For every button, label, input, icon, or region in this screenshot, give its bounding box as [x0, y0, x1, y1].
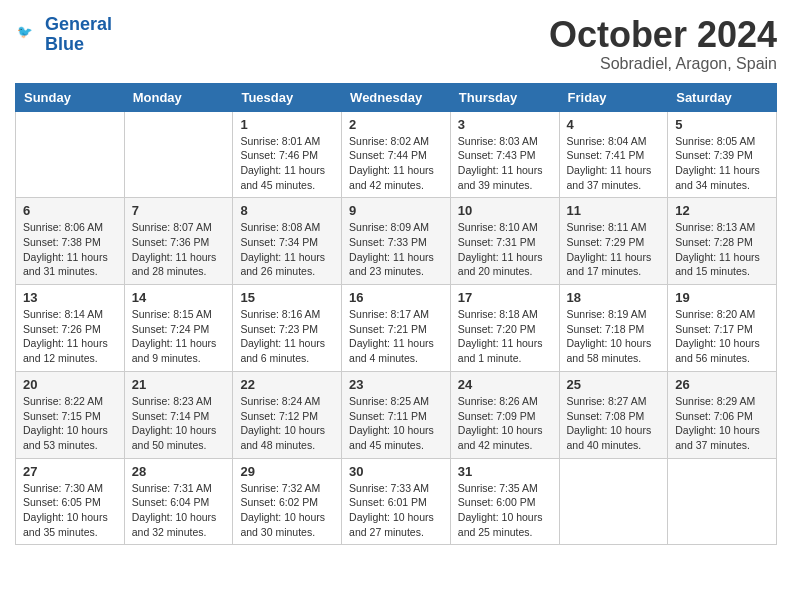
- day-number: 1: [240, 117, 334, 132]
- day-number: 10: [458, 203, 552, 218]
- calendar-cell: 24Sunrise: 8:26 AM Sunset: 7:09 PM Dayli…: [450, 371, 559, 458]
- calendar-cell: 9Sunrise: 8:09 AM Sunset: 7:33 PM Daylig…: [342, 198, 451, 285]
- calendar-cell: 25Sunrise: 8:27 AM Sunset: 7:08 PM Dayli…: [559, 371, 668, 458]
- day-detail: Sunrise: 8:23 AM Sunset: 7:14 PM Dayligh…: [132, 394, 226, 453]
- weekday-header: Wednesday: [342, 83, 451, 111]
- day-detail: Sunrise: 8:16 AM Sunset: 7:23 PM Dayligh…: [240, 307, 334, 366]
- weekday-header: Tuesday: [233, 83, 342, 111]
- day-number: 12: [675, 203, 769, 218]
- day-number: 25: [567, 377, 661, 392]
- logo-icon: 🐦: [17, 19, 45, 47]
- logo-general: General: [45, 14, 112, 34]
- day-detail: Sunrise: 7:31 AM Sunset: 6:04 PM Dayligh…: [132, 481, 226, 540]
- day-detail: Sunrise: 7:30 AM Sunset: 6:05 PM Dayligh…: [23, 481, 117, 540]
- day-detail: Sunrise: 8:17 AM Sunset: 7:21 PM Dayligh…: [349, 307, 443, 366]
- logo: 🐦 General Blue: [15, 15, 112, 55]
- day-number: 13: [23, 290, 117, 305]
- day-detail: Sunrise: 8:19 AM Sunset: 7:18 PM Dayligh…: [567, 307, 661, 366]
- calendar-cell: 5Sunrise: 8:05 AM Sunset: 7:39 PM Daylig…: [668, 111, 777, 198]
- calendar-cell: 6Sunrise: 8:06 AM Sunset: 7:38 PM Daylig…: [16, 198, 125, 285]
- day-detail: Sunrise: 8:22 AM Sunset: 7:15 PM Dayligh…: [23, 394, 117, 453]
- day-detail: Sunrise: 8:25 AM Sunset: 7:11 PM Dayligh…: [349, 394, 443, 453]
- day-number: 27: [23, 464, 117, 479]
- day-detail: Sunrise: 8:14 AM Sunset: 7:26 PM Dayligh…: [23, 307, 117, 366]
- calendar-cell: 14Sunrise: 8:15 AM Sunset: 7:24 PM Dayli…: [124, 285, 233, 372]
- day-detail: Sunrise: 8:20 AM Sunset: 7:17 PM Dayligh…: [675, 307, 769, 366]
- day-number: 15: [240, 290, 334, 305]
- day-number: 5: [675, 117, 769, 132]
- day-detail: Sunrise: 8:05 AM Sunset: 7:39 PM Dayligh…: [675, 134, 769, 193]
- day-number: 7: [132, 203, 226, 218]
- day-detail: Sunrise: 8:27 AM Sunset: 7:08 PM Dayligh…: [567, 394, 661, 453]
- calendar-cell: [668, 458, 777, 545]
- calendar-cell: [559, 458, 668, 545]
- calendar-cell: 16Sunrise: 8:17 AM Sunset: 7:21 PM Dayli…: [342, 285, 451, 372]
- day-number: 9: [349, 203, 443, 218]
- calendar-cell: 22Sunrise: 8:24 AM Sunset: 7:12 PM Dayli…: [233, 371, 342, 458]
- day-number: 11: [567, 203, 661, 218]
- calendar-cell: 10Sunrise: 8:10 AM Sunset: 7:31 PM Dayli…: [450, 198, 559, 285]
- weekday-header-row: SundayMondayTuesdayWednesdayThursdayFrid…: [16, 83, 777, 111]
- calendar-cell: 17Sunrise: 8:18 AM Sunset: 7:20 PM Dayli…: [450, 285, 559, 372]
- calendar-cell: 28Sunrise: 7:31 AM Sunset: 6:04 PM Dayli…: [124, 458, 233, 545]
- day-number: 23: [349, 377, 443, 392]
- logo-text: General Blue: [45, 15, 112, 55]
- calendar-cell: 7Sunrise: 8:07 AM Sunset: 7:36 PM Daylig…: [124, 198, 233, 285]
- calendar-cell: 26Sunrise: 8:29 AM Sunset: 7:06 PM Dayli…: [668, 371, 777, 458]
- location-label: Sobradiel, Aragon, Spain: [549, 55, 777, 73]
- calendar-cell: 3Sunrise: 8:03 AM Sunset: 7:43 PM Daylig…: [450, 111, 559, 198]
- day-number: 22: [240, 377, 334, 392]
- day-detail: Sunrise: 8:01 AM Sunset: 7:46 PM Dayligh…: [240, 134, 334, 193]
- day-detail: Sunrise: 8:09 AM Sunset: 7:33 PM Dayligh…: [349, 220, 443, 279]
- day-detail: Sunrise: 7:32 AM Sunset: 6:02 PM Dayligh…: [240, 481, 334, 540]
- day-detail: Sunrise: 8:02 AM Sunset: 7:44 PM Dayligh…: [349, 134, 443, 193]
- month-title: October 2024: [549, 15, 777, 55]
- weekday-header: Friday: [559, 83, 668, 111]
- calendar-cell: 2Sunrise: 8:02 AM Sunset: 7:44 PM Daylig…: [342, 111, 451, 198]
- day-detail: Sunrise: 8:07 AM Sunset: 7:36 PM Dayligh…: [132, 220, 226, 279]
- title-block: October 2024 Sobradiel, Aragon, Spain: [549, 15, 777, 73]
- day-detail: Sunrise: 8:26 AM Sunset: 7:09 PM Dayligh…: [458, 394, 552, 453]
- calendar-week-row: 13Sunrise: 8:14 AM Sunset: 7:26 PM Dayli…: [16, 285, 777, 372]
- calendar-cell: 4Sunrise: 8:04 AM Sunset: 7:41 PM Daylig…: [559, 111, 668, 198]
- calendar-cell: 8Sunrise: 8:08 AM Sunset: 7:34 PM Daylig…: [233, 198, 342, 285]
- weekday-header: Thursday: [450, 83, 559, 111]
- day-number: 3: [458, 117, 552, 132]
- calendar-cell: 1Sunrise: 8:01 AM Sunset: 7:46 PM Daylig…: [233, 111, 342, 198]
- day-detail: Sunrise: 8:15 AM Sunset: 7:24 PM Dayligh…: [132, 307, 226, 366]
- calendar-cell: 21Sunrise: 8:23 AM Sunset: 7:14 PM Dayli…: [124, 371, 233, 458]
- day-number: 18: [567, 290, 661, 305]
- calendar-week-row: 1Sunrise: 8:01 AM Sunset: 7:46 PM Daylig…: [16, 111, 777, 198]
- day-detail: Sunrise: 8:03 AM Sunset: 7:43 PM Dayligh…: [458, 134, 552, 193]
- calendar-cell: 19Sunrise: 8:20 AM Sunset: 7:17 PM Dayli…: [668, 285, 777, 372]
- day-detail: Sunrise: 8:13 AM Sunset: 7:28 PM Dayligh…: [675, 220, 769, 279]
- weekday-header: Saturday: [668, 83, 777, 111]
- day-detail: Sunrise: 8:24 AM Sunset: 7:12 PM Dayligh…: [240, 394, 334, 453]
- calendar-cell: 12Sunrise: 8:13 AM Sunset: 7:28 PM Dayli…: [668, 198, 777, 285]
- logo-blue: Blue: [45, 34, 84, 54]
- day-detail: Sunrise: 8:29 AM Sunset: 7:06 PM Dayligh…: [675, 394, 769, 453]
- day-number: 21: [132, 377, 226, 392]
- calendar-cell: 30Sunrise: 7:33 AM Sunset: 6:01 PM Dayli…: [342, 458, 451, 545]
- day-number: 19: [675, 290, 769, 305]
- day-number: 2: [349, 117, 443, 132]
- page-header: 🐦 General Blue October 2024 Sobradiel, A…: [15, 15, 777, 73]
- svg-text:🐦: 🐦: [17, 24, 33, 40]
- calendar-cell: [124, 111, 233, 198]
- calendar-cell: 13Sunrise: 8:14 AM Sunset: 7:26 PM Dayli…: [16, 285, 125, 372]
- day-detail: Sunrise: 7:33 AM Sunset: 6:01 PM Dayligh…: [349, 481, 443, 540]
- day-number: 14: [132, 290, 226, 305]
- day-number: 17: [458, 290, 552, 305]
- day-number: 4: [567, 117, 661, 132]
- weekday-header: Monday: [124, 83, 233, 111]
- calendar-cell: 31Sunrise: 7:35 AM Sunset: 6:00 PM Dayli…: [450, 458, 559, 545]
- calendar-cell: 20Sunrise: 8:22 AM Sunset: 7:15 PM Dayli…: [16, 371, 125, 458]
- day-number: 29: [240, 464, 334, 479]
- day-number: 30: [349, 464, 443, 479]
- calendar-cell: 29Sunrise: 7:32 AM Sunset: 6:02 PM Dayli…: [233, 458, 342, 545]
- day-detail: Sunrise: 7:35 AM Sunset: 6:00 PM Dayligh…: [458, 481, 552, 540]
- day-detail: Sunrise: 8:18 AM Sunset: 7:20 PM Dayligh…: [458, 307, 552, 366]
- calendar-cell: 23Sunrise: 8:25 AM Sunset: 7:11 PM Dayli…: [342, 371, 451, 458]
- calendar-week-row: 27Sunrise: 7:30 AM Sunset: 6:05 PM Dayli…: [16, 458, 777, 545]
- day-number: 8: [240, 203, 334, 218]
